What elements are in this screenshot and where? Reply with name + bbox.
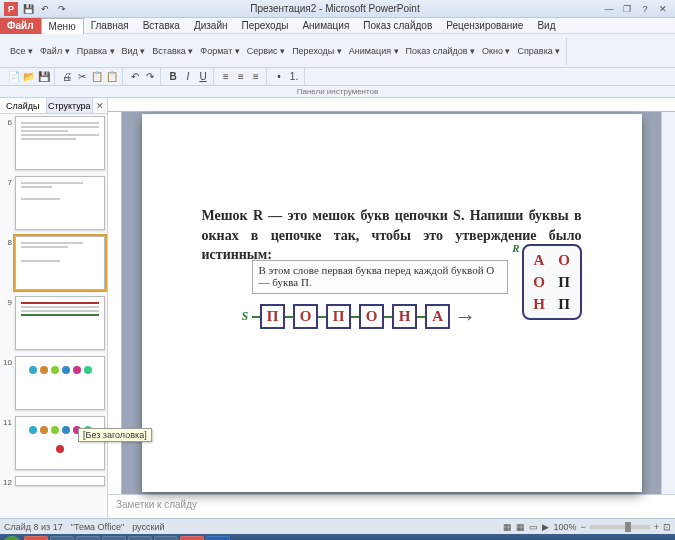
italic-icon[interactable]: I [181,70,195,84]
horizontal-ruler[interactable] [108,98,675,112]
r-cell: А [528,250,551,270]
view-normal-icon[interactable]: ▦ [503,522,512,532]
thumbnail-6[interactable] [15,116,105,170]
tab-file[interactable]: Файл [0,18,41,34]
task-widgets-icon[interactable]: ▦ [102,536,126,540]
view-slideshow-icon[interactable]: ▶ [542,522,549,532]
chain-cell: П [260,304,285,329]
zoom-out-icon[interactable]: − [580,522,585,532]
tab-insert[interactable]: Вставка [136,18,187,34]
help-icon[interactable]: ? [637,3,653,15]
zoom-value[interactable]: 100% [553,522,576,532]
thumbnail-7[interactable] [15,176,105,230]
task-explorer-icon[interactable]: 📁 [50,536,74,540]
menu-window[interactable]: Окно ▾ [479,45,513,57]
thumbnail-8[interactable] [15,236,105,290]
r-bag-box: А О О П Н П [522,244,582,320]
r-label: R [512,242,519,254]
view-reading-icon[interactable]: ▭ [529,522,538,532]
save-icon[interactable]: 💾 [21,2,35,16]
view-sorter-icon[interactable]: ▦ [516,522,525,532]
chain: S П О П О Н А → [242,304,477,329]
minimize-icon[interactable]: — [601,3,617,15]
menu-tools[interactable]: Сервис ▾ [244,45,288,57]
menu-help[interactable]: Справка ▾ [514,45,563,57]
paste-icon[interactable]: 📋 [105,70,119,84]
close-icon[interactable]: ✕ [655,3,671,15]
slide-canvas[interactable]: Мешок R — это мешок букв цепочки S. Напи… [122,112,661,494]
thumbnail-list[interactable]: 6 7 8 9 10 11 12 [0,114,107,518]
tab-view[interactable]: Вид [530,18,562,34]
task-opera-icon[interactable]: O [24,536,48,540]
menu-edit[interactable]: Правка ▾ [74,45,118,57]
redo-icon[interactable]: ↷ [143,70,157,84]
menu-all[interactable]: Все ▾ [7,45,36,57]
redo-icon[interactable]: ↷ [55,2,69,16]
notes-pane[interactable]: Заметки к слайду [108,494,675,518]
undo-icon[interactable]: ↶ [128,70,142,84]
align-center-icon[interactable]: ≡ [234,70,248,84]
panel-close-icon[interactable]: ✕ [93,98,107,113]
menu-view[interactable]: Вид ▾ [119,45,149,57]
chain-cell: Н [392,304,417,329]
menu-format[interactable]: Формат ▾ [197,45,242,57]
open-icon[interactable]: 📂 [22,70,36,84]
print-icon[interactable]: 🖨 [60,70,74,84]
chain-cell: О [293,304,318,329]
thumb-number: 12 [2,476,12,487]
bold-icon[interactable]: B [166,70,180,84]
restore-icon[interactable]: ❐ [619,3,635,15]
panel-tab-outline[interactable]: Структура [47,98,94,113]
quick-access-toolbar: P 💾 ↶ ↷ [0,2,69,16]
ribbon-tabs: Файл Меню Главная Вставка Дизайн Переход… [0,18,675,34]
slide[interactable]: Мешок R — это мешок букв цепочки S. Напи… [142,114,642,492]
menu-insert[interactable]: Вставка ▾ [149,45,196,57]
thumbnail-11[interactable] [15,416,105,470]
task-word-icon[interactable]: W [206,536,230,540]
menu-transitions[interactable]: Переходы ▾ [289,45,345,57]
fit-icon[interactable]: ⊡ [663,522,671,532]
align-left-icon[interactable]: ≡ [219,70,233,84]
powerpoint-icon: P [4,2,18,16]
r-cell: П [553,272,576,292]
tab-slideshow[interactable]: Показ слайдов [356,18,439,34]
undo-icon[interactable]: ↶ [38,2,52,16]
r-cell: О [553,250,576,270]
task-powerpoint-icon[interactable]: P [180,536,204,540]
thumbnail-10[interactable] [15,356,105,410]
task-chrome-icon[interactable]: 🌐 [76,536,100,540]
tab-home[interactable]: Главная [84,18,136,34]
cut-icon[interactable]: ✂ [75,70,89,84]
numbering-icon[interactable]: 1. [287,70,301,84]
zoom-in-icon[interactable]: + [654,522,659,532]
thumbnail-9[interactable] [15,296,105,350]
thumbnail-12[interactable] [15,476,105,486]
thumb-number: 8 [2,236,12,290]
tab-animation[interactable]: Анимация [295,18,356,34]
start-button[interactable]: ◉ [2,536,22,540]
new-icon[interactable]: 📄 [7,70,21,84]
save-icon[interactable]: 💾 [37,70,51,84]
underline-icon[interactable]: U [196,70,210,84]
menu-animation[interactable]: Анимация ▾ [346,45,402,57]
status-bar: Слайд 8 из 17 "Тема Office" русский ▦ ▦ … [0,518,675,534]
zoom-slider[interactable] [590,525,650,529]
taskbar: ◉ O 📁 🌐 ▦ ▶ e P W RU ▲ 📶 🔊 🔋 21:26 [0,534,675,540]
tab-menu[interactable]: Меню [41,18,84,34]
bullets-icon[interactable]: • [272,70,286,84]
task-media-icon[interactable]: ▶ [128,536,152,540]
tab-design[interactable]: Дизайн [187,18,235,34]
vertical-scrollbar[interactable] [661,112,675,494]
slide-editor: Мешок R — это мешок букв цепочки S. Напи… [108,98,675,518]
copy-icon[interactable]: 📋 [90,70,104,84]
align-right-icon[interactable]: ≡ [249,70,263,84]
menu-file[interactable]: Файл ▾ [37,45,73,57]
menu-slideshow[interactable]: Показ слайдов ▾ [403,45,478,57]
tab-transitions[interactable]: Переходы [235,18,296,34]
status-language[interactable]: русский [132,522,164,532]
toolbar-icons: 📄📂💾 🖨✂📋📋 ↶↷ BIU ≡≡≡ •1. [0,68,675,86]
task-ie-icon[interactable]: e [154,536,178,540]
tab-review[interactable]: Рецензирование [439,18,530,34]
panel-tab-slides[interactable]: Слайды [0,98,47,113]
thumb-number: 11 [2,416,12,470]
